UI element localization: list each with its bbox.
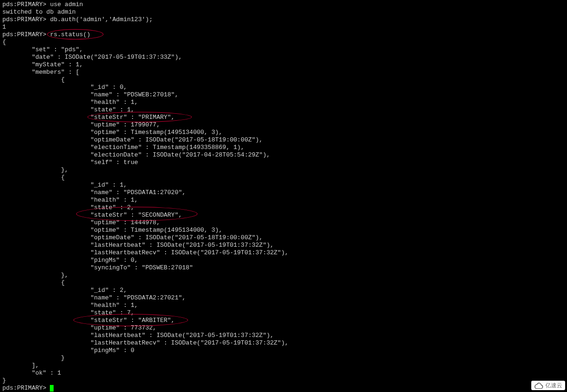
terminal-line: }, (2, 272, 565, 279)
terminal-line: { (2, 174, 565, 181)
watermark-badge: 亿速云 (531, 381, 565, 390)
terminal-line: "health" : 1, (2, 99, 565, 106)
terminal-line: "ok" : 1 (2, 369, 565, 377)
terminal-line: pds:PRIMARY> db.auth('admin','Admin123')… (2, 16, 565, 24)
cloud-icon (534, 382, 543, 389)
terminal-line: "name" : "PDSWEB:27018", (2, 91, 565, 99)
terminal-line: "optimeDate" : ISODate("2017-05-18T19:00… (2, 234, 565, 242)
terminal-line: pds:PRIMARY> (2, 384, 565, 392)
terminal-line: }, (2, 166, 565, 174)
terminal-line: "optime" : Timestamp(1495134000, 3), (2, 227, 565, 234)
terminal-line: "state" : 2, (2, 204, 565, 212)
cursor-icon (50, 385, 54, 392)
terminal-line: ], (2, 362, 565, 369)
terminal-line: "name" : "PDSDATA1:27020", (2, 189, 565, 196)
terminal-line: "health" : 1, (2, 196, 565, 204)
terminal-line: "name" : "PDSDATA2:27021", (2, 294, 565, 302)
terminal-line: "uptime" : 1799077, (2, 121, 565, 129)
terminal-line: "health" : 1, (2, 302, 565, 309)
terminal-line: "_id" : 2, (2, 287, 565, 294)
terminal-line: "date" : ISODate("2017-05-19T01:37:33Z")… (2, 54, 565, 61)
terminal-line: "uptime" : 1444978, (2, 219, 565, 227)
terminal-line: "lastHeartbeatRecv" : ISODate("2017-05-1… (2, 249, 565, 257)
terminal-line: "members" : [ (2, 69, 565, 76)
terminal-line: } (2, 377, 565, 384)
terminal-line: "electionTime" : Timestamp(1493358869, 1… (2, 144, 565, 151)
terminal-line: "lastHeartbeat" : ISODate("2017-05-19T01… (2, 332, 565, 339)
terminal-line: "_id" : 0, (2, 84, 565, 91)
watermark-text: 亿速云 (545, 382, 562, 389)
terminal-line: "self" : true (2, 159, 565, 166)
terminal-line: switched to db admin (2, 8, 565, 16)
terminal-line: "set" : "pds", (2, 46, 565, 54)
terminal-output[interactable]: pds:PRIMARY> use adminswitched to db adm… (2, 1, 565, 392)
terminal-line: "pingMs" : 0, (2, 257, 565, 264)
terminal-line: 1 (2, 24, 565, 31)
terminal-line: } (2, 354, 565, 362)
terminal-line: { (2, 76, 565, 84)
terminal-line: "state" : 7, (2, 309, 565, 317)
terminal-line: "stateStr" : "SECONDARY", (2, 212, 565, 219)
terminal-line: "uptime" : 773732, (2, 324, 565, 332)
terminal-line: "electionDate" : ISODate("2017-04-28T05:… (2, 151, 565, 159)
terminal-line: pds:PRIMARY> rs.status() (2, 31, 565, 39)
terminal-line: "myState" : 1, (2, 61, 565, 69)
terminal-line: { (2, 39, 565, 46)
terminal-line: "lastHeartbeat" : ISODate("2017-05-19T01… (2, 242, 565, 249)
terminal-line: pds:PRIMARY> use admin (2, 1, 565, 8)
terminal-line: "stateStr" : "ARBITER", (2, 317, 565, 324)
terminal-line: { (2, 279, 565, 287)
terminal-line: "state" : 1, (2, 106, 565, 114)
terminal-line: "stateStr" : "PRIMARY", (2, 114, 565, 121)
terminal-line: "pingMs" : 0 (2, 347, 565, 354)
terminal-line: "optime" : Timestamp(1495134000, 3), (2, 129, 565, 136)
terminal-line: "syncingTo" : "PDSWEB:27018" (2, 264, 565, 272)
terminal-line: "lastHeartbeatRecv" : ISODate("2017-05-1… (2, 339, 565, 347)
terminal-line: "optimeDate" : ISODate("2017-05-18T19:00… (2, 136, 565, 144)
terminal-line: "_id" : 1, (2, 181, 565, 189)
